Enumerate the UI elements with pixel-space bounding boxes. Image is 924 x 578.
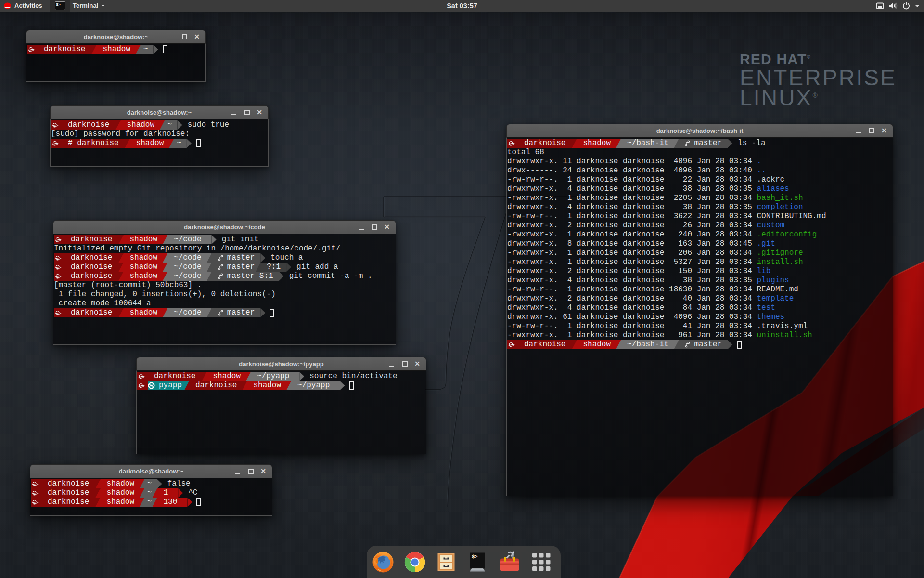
svg-text:$>: $> bbox=[472, 554, 478, 560]
